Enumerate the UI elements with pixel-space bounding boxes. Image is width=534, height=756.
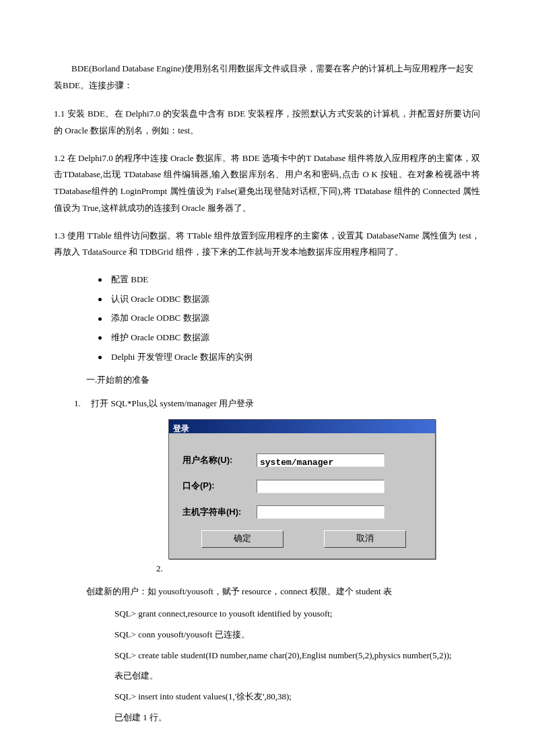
create-user-text: 创建新的用户：如 yousoft/yousoft，赋予 resource，con… [86, 584, 480, 600]
dialog-titlebar: 登录 [169, 420, 435, 433]
input-hoststring[interactable] [257, 505, 385, 519]
step-text: 打开 SQL*Plus,以 system/manager 用户登录 [91, 398, 254, 408]
bullet-item: 认识 Oracle ODBC 数据源 [98, 291, 480, 308]
preparation-heading: 一.开始前的准备 [86, 372, 480, 389]
document-page: BDE(Borland Database Engine)使用别名引用数据库文件或… [0, 0, 534, 756]
bullet-text: 添加 Oracle ODBC 数据源 [111, 313, 209, 323]
bullet-text: 认识 Oracle ODBC 数据源 [111, 294, 209, 304]
bullet-text: 维护 Oracle ODBC 数据源 [111, 332, 209, 342]
sql-line: SQL> grant connect,resource to yousoft i… [114, 606, 480, 623]
bullet-icon [98, 298, 102, 301]
label-hoststring: 主机字符串(H): [182, 504, 257, 521]
sql-line: 已创建 1 行。 [114, 710, 480, 726]
sql-line: SQL> create table student(ID number,name… [114, 648, 480, 664]
ok-button[interactable]: 确定 [201, 530, 283, 548]
label-username: 用户名称(U): [182, 452, 257, 469]
bullet-list: 配置 BDE 认识 Oracle ODBC 数据源 添加 Oracle ODBC… [98, 272, 480, 365]
bullet-icon [98, 317, 102, 321]
sql-line: SQL> conn yousoft/yousoft 已连接。 [114, 627, 480, 643]
section-1-1: 1.1 安装 BDE。在 Delphi7.0 的安装盘中含有 BDE 安装程序，… [54, 106, 480, 139]
step-number: 1. [74, 396, 89, 412]
row-password: 口令(P): [182, 478, 424, 495]
step-1: 1. 打开 SQL*Plus,以 system/manager 用户登录 [74, 396, 480, 412]
section-1-2: 1.2 在 Delphi7.0 的程序中连接 Oracle 数据库。将 BDE … [54, 150, 480, 217]
bullet-icon [98, 278, 102, 282]
row-username: 用户名称(U): system/manager [182, 452, 424, 469]
row-hoststring: 主机字符串(H): [182, 504, 424, 521]
bullet-text: Delphi 开发管理 Oracle 数据库的实例 [111, 352, 253, 362]
bullet-item: 添加 Oracle ODBC 数据源 [98, 310, 480, 327]
sql-line: 表已创建。 [114, 668, 480, 685]
cancel-button[interactable]: 取消 [324, 530, 406, 548]
bullet-icon [98, 336, 102, 340]
bullet-text: 配置 BDE [111, 274, 148, 284]
bullet-item: Delphi 开发管理 Oracle 数据库的实例 [98, 349, 480, 366]
dialog-body: 用户名称(U): system/manager 口令(P): 主机字符串(H):… [169, 433, 435, 559]
step-2-number: 2. [156, 561, 480, 577]
intro-paragraph: BDE(Borland Database Engine)使用别名引用数据库文件或… [54, 61, 480, 94]
sql-line: SQL> insert into student values(1,'徐长友',… [114, 689, 480, 705]
dialog-button-row: 确定 取消 [182, 530, 424, 548]
input-username[interactable]: system/manager [257, 453, 385, 467]
bullet-item: 维护 Oracle ODBC 数据源 [98, 329, 480, 346]
label-password: 口令(P): [182, 478, 257, 495]
login-dialog: 登录 用户名称(U): system/manager 口令(P): 主机字符串(… [168, 419, 436, 559]
login-dialog-wrap: 登录 用户名称(U): system/manager 口令(P): 主机字符串(… [168, 419, 480, 559]
section-1-3: 1.3 使用 TTable 组件访问数据。将 TTable 组件放置到应用程序的… [54, 228, 480, 261]
bullet-icon [98, 356, 102, 359]
bullet-item: 配置 BDE [98, 272, 480, 288]
input-password[interactable] [257, 480, 385, 493]
